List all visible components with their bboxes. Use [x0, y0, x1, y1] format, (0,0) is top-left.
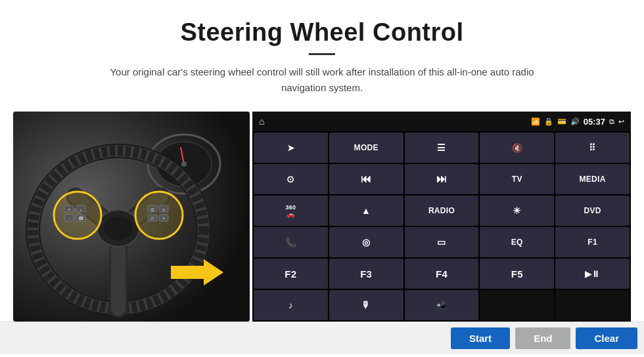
- wifi-icon: 📶: [531, 117, 540, 126]
- btn-empty1: [480, 290, 554, 320]
- svg-text:⊙: ⊙: [150, 216, 154, 220]
- btn-camera-360[interactable]: ⊙: [254, 164, 328, 194]
- clear-button[interactable]: Clear: [576, 327, 637, 349]
- btn-f1[interactable]: F1: [555, 227, 630, 257]
- page-title: Steering Wheel Control: [26, 18, 618, 47]
- back-icon[interactable]: ↩: [618, 117, 624, 126]
- steering-wheel-image: + - ♪ ☎ ⚙ ⋄ ⊙ ⋄: [13, 112, 250, 322]
- btn-f4[interactable]: F4: [405, 259, 479, 289]
- btn-prev[interactable]: ⏮: [329, 164, 403, 194]
- home-icon[interactable]: ⌂: [259, 116, 264, 127]
- svg-text:☎: ☎: [78, 216, 84, 220]
- sd-icon: 💳: [557, 117, 566, 126]
- btn-call[interactable]: 📲: [405, 290, 479, 320]
- btn-navi[interactable]: ◎: [329, 227, 403, 257]
- svg-text:♪: ♪: [80, 207, 82, 212]
- page-wrapper: Steering Wheel Control Your original car…: [0, 0, 644, 354]
- btn-f5[interactable]: F5: [480, 259, 554, 289]
- header-description: Your original car's steering wheel contr…: [92, 64, 552, 96]
- btn-menu[interactable]: ☰: [405, 133, 479, 163]
- button-grid: ➤ MODE ☰ 🔇 ⠿ ⊙ ⏮ ⏭ TV MEDIA 360 🚗 ▲ RADI…: [252, 131, 631, 322]
- status-time: 05:37: [584, 117, 605, 127]
- header-section: Steering Wheel Control Your original car…: [0, 0, 644, 102]
- btn-mode[interactable]: MODE: [329, 133, 403, 163]
- svg-text:⋄: ⋄: [162, 207, 165, 212]
- status-right: 📶 🔒 💳 🔊 05:37 ⧉ ↩: [531, 117, 624, 127]
- start-button[interactable]: Start: [451, 327, 510, 349]
- btn-eject[interactable]: ▲: [329, 196, 403, 226]
- btn-media[interactable]: MEDIA: [555, 164, 630, 194]
- btn-mic[interactable]: 🎙: [329, 290, 403, 320]
- end-button[interactable]: End: [515, 327, 570, 349]
- svg-text:⋄: ⋄: [162, 216, 165, 220]
- lock-icon: 🔒: [544, 117, 553, 126]
- content-area: + - ♪ ☎ ⚙ ⋄ ⊙ ⋄: [0, 102, 644, 322]
- btn-brightness[interactable]: ☀: [480, 196, 554, 226]
- btn-navigate[interactable]: ➤: [254, 133, 328, 163]
- header-divider: [309, 53, 335, 55]
- btn-dvd[interactable]: DVD: [555, 196, 630, 226]
- btn-360[interactable]: 360 🚗: [254, 196, 328, 226]
- svg-text:⚙: ⚙: [150, 207, 154, 212]
- svg-text:-: -: [68, 215, 70, 221]
- btn-empty2: [555, 290, 630, 320]
- btn-f2[interactable]: F2: [254, 259, 328, 289]
- btn-tv[interactable]: TV: [480, 164, 554, 194]
- bluetooth-icon: 🔊: [570, 117, 580, 126]
- btn-music[interactable]: ♪: [254, 290, 328, 320]
- btn-screen[interactable]: ▭: [405, 227, 479, 257]
- btn-eq[interactable]: EQ: [480, 227, 554, 257]
- btn-next[interactable]: ⏭: [405, 164, 479, 194]
- control-panel: ⌂ 📶 🔒 💳 🔊 05:37 ⧉ ↩ ➤ MODE ☰ 🔇 ⠿: [252, 112, 631, 322]
- btn-f3[interactable]: F3: [329, 259, 403, 289]
- svg-text:+: +: [68, 207, 71, 213]
- bottom-action-bar: Start End Clear: [0, 322, 644, 354]
- status-bar: ⌂ 📶 🔒 💳 🔊 05:37 ⧉ ↩: [252, 112, 631, 131]
- svg-point-4: [181, 161, 187, 167]
- btn-play-pause[interactable]: ▶⏸: [555, 259, 630, 289]
- btn-mute[interactable]: 🔇: [480, 133, 554, 163]
- svg-point-15: [104, 217, 133, 240]
- btn-radio[interactable]: RADIO: [405, 196, 479, 226]
- btn-apps[interactable]: ⠿: [555, 133, 630, 163]
- cast-icon: ⧉: [609, 117, 614, 126]
- btn-phone[interactable]: 📞: [254, 227, 328, 257]
